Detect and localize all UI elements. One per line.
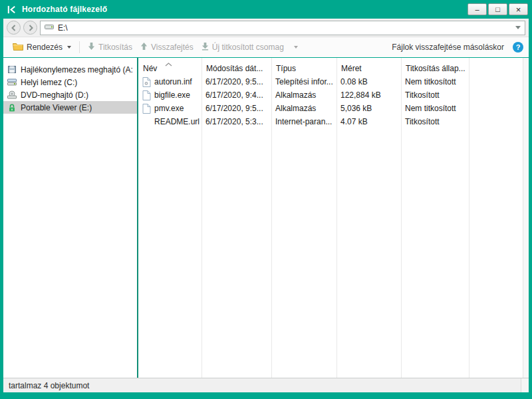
file-name: README.url [154, 117, 200, 126]
drive-icon [45, 23, 54, 33]
encrypt-button[interactable]: Titkosítás [84, 40, 136, 55]
file-type: Internet-paran... [271, 117, 336, 126]
decrypt-arrow-up-icon [140, 42, 148, 53]
column-header-type[interactable]: Típus [271, 60, 336, 73]
file-modified: 6/17/2020, 9:5... [201, 104, 271, 113]
column-header-size[interactable]: Méret [336, 60, 401, 73]
back-button[interactable] [7, 21, 21, 35]
encrypt-label: Titkosítás [98, 43, 132, 52]
folder-icon [13, 42, 23, 53]
file-encryption-status: Titkosított [401, 117, 469, 126]
list-header: Név Módosítás dát... Típus Méret Titkosí… [138, 58, 529, 75]
window-title: Hordozható fájlkezelő [22, 5, 107, 14]
close-button[interactable]: × [509, 3, 528, 15]
window-controls: – □ × [467, 3, 528, 15]
drive-sidebar: Hajlékonylemezes meghajtó (A: Helyi leme… [3, 58, 138, 378]
organize-label: Rendezés [27, 43, 63, 52]
file-size: 5,036 kB [336, 104, 401, 113]
decrypt-on-copy-button[interactable]: Fájlok visszafejtése másoláskor [388, 41, 508, 54]
file-name: autorun.inf [154, 77, 192, 86]
dvd-drive-icon [7, 90, 17, 99]
sidebar-item-portable-viewer-e[interactable]: Portable Viewer (E:) [3, 101, 137, 114]
organize-button[interactable]: Rendezés [9, 40, 75, 55]
decrypt-button[interactable]: Visszafejtés [136, 40, 198, 55]
encrypted-drive-lock-icon [7, 103, 17, 112]
new-package-label: Új titkosított csomag [212, 43, 284, 52]
file-icon [142, 90, 151, 100]
sidebar-item-local-c[interactable]: Helyi lemez (C:) [3, 76, 137, 88]
kaspersky-logo-icon [7, 5, 17, 15]
file-encryption-status: Nem titkosított [401, 104, 469, 113]
navigation-bar: E:\ [3, 19, 529, 37]
hard-drive-icon [7, 78, 17, 86]
file-type: Alkalmazás [271, 104, 336, 113]
file-size: 4.07 kB [336, 117, 401, 126]
file-encryption-status: Titkosított [401, 90, 469, 100]
sidebar-item-label: Portable Viewer (E:) [21, 103, 92, 112]
file-list: Név Módosítás dát... Típus Méret Titkosí… [138, 58, 529, 378]
file-modified: 6/17/2020, 9:5... [201, 77, 271, 86]
column-header-encryption[interactable]: Titkosítás állap... [401, 60, 469, 73]
back-arrow-icon [11, 25, 17, 31]
setup-information-file-icon [142, 77, 151, 87]
address-dropdown-icon[interactable] [515, 26, 521, 29]
portable-file-manager-window: Hordozható fájlkezelő – □ × [0, 0, 532, 399]
file-modified: 6/17/2020, 5:3... [201, 117, 271, 126]
sidebar-item-dvd-d[interactable]: DVD-meghajtó (D:) [3, 88, 137, 101]
window-content: E:\ Rendezés [3, 19, 529, 392]
file-icon [142, 104, 151, 114]
help-info-icon[interactable]: ? [513, 42, 523, 53]
column-header-modified[interactable]: Módosítás dát... [201, 60, 271, 73]
file-encryption-status: Nem titkosított [401, 77, 469, 86]
new-package-arrow-icon [201, 42, 209, 53]
file-rows: autorun.inf 6/17/2020, 9:5... Telepítési… [138, 75, 529, 128]
sort-ascending-icon [165, 59, 172, 68]
toolbar: Rendezés Titkosítás Visszafejtés [3, 37, 529, 57]
file-row[interactable]: README.url 6/17/2020, 5:3... Internet-pa… [138, 115, 529, 128]
decrypt-label: Visszafejtés [151, 43, 194, 52]
file-type: Alkalmazás [271, 90, 336, 100]
file-row[interactable]: bigfile.exe 6/17/2020, 9:4... Alkalmazás… [138, 88, 529, 102]
minimize-button[interactable]: – [467, 3, 487, 15]
file-type: Telepítési infor... [271, 77, 336, 86]
file-modified: 6/17/2020, 9:4... [201, 90, 271, 100]
file-row[interactable]: autorun.inf 6/17/2020, 9:5... Telepítési… [138, 75, 529, 88]
address-text: E:\ [58, 23, 68, 33]
status-bar: tartalmaz 4 objektumot [3, 378, 529, 392]
new-package-dropdown-icon[interactable] [294, 46, 298, 49]
maximize-button[interactable]: □ [488, 3, 507, 15]
resize-grip[interactable] [521, 378, 529, 392]
sidebar-item-label: Helyi lemez (C:) [21, 78, 77, 87]
address-bar[interactable]: E:\ [40, 21, 525, 35]
sidebar-item-label: Hajlékonylemezes meghajtó (A: [21, 65, 133, 74]
file-size: 0.08 kB [336, 77, 401, 86]
file-name: pmv.exe [154, 104, 184, 113]
floppy-drive-icon [7, 65, 17, 74]
status-text: tartalmaz 4 objektumot [9, 381, 89, 390]
column-header-filler [469, 65, 529, 68]
file-row[interactable]: pmv.exe 6/17/2020, 9:5... Alkalmazás 5,0… [138, 102, 529, 115]
sidebar-item-label: DVD-meghajtó (D:) [21, 90, 88, 100]
organize-dropdown-icon [67, 46, 71, 49]
new-encrypted-package-button[interactable]: Új titkosított csomag [198, 40, 302, 55]
file-size: 122,884 kB [336, 90, 401, 100]
vertical-scrollbar[interactable] [523, 58, 529, 378]
file-name: bigfile.exe [154, 90, 190, 100]
encrypt-arrow-down-icon [88, 42, 95, 53]
titlebar: Hordozható fájlkezelő – □ × [0, 0, 532, 19]
forward-button[interactable] [23, 21, 37, 35]
decrypt-on-copy-label: Fájlok visszafejtése másoláskor [392, 43, 504, 52]
toolbar-separator [79, 41, 80, 53]
forward-arrow-icon [27, 25, 34, 31]
main-area: Hajlékonylemezes meghajtó (A: Helyi leme… [3, 57, 529, 378]
sidebar-item-floppy-a[interactable]: Hajlékonylemezes meghajtó (A: [3, 63, 137, 76]
